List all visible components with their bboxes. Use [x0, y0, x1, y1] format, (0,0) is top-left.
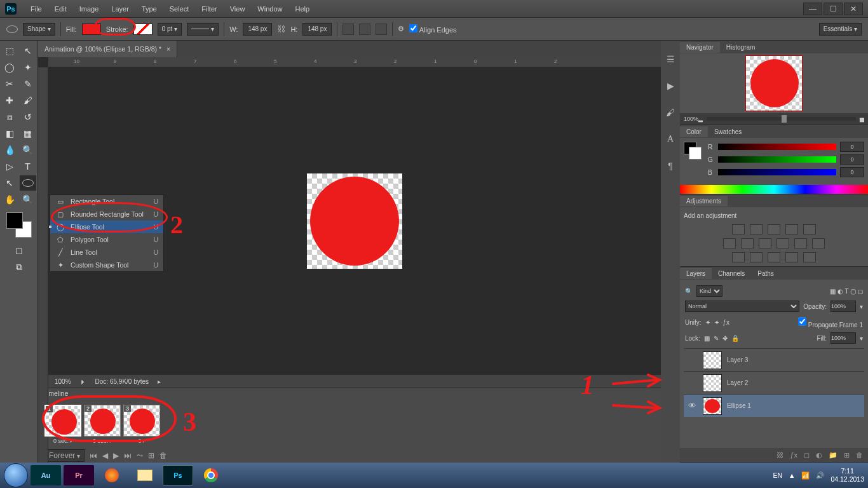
unify-style-icon[interactable]: ƒx — [723, 319, 730, 326]
next-frame-button[interactable]: ⏭ — [124, 451, 132, 460]
taskbar-app-Ps[interactable]: Ps — [163, 465, 193, 485]
zoom-tool[interactable]: 🔍 — [20, 192, 36, 207]
layer-layer-3[interactable]: Layer 3 — [684, 348, 864, 371]
taskbar-app-firefox[interactable] — [97, 465, 127, 485]
eraser-tool[interactable]: ◧ — [1, 126, 18, 141]
taskbar-app-Pr[interactable]: Pr — [64, 465, 94, 485]
adj-curves[interactable] — [768, 224, 780, 234]
layer-name[interactable]: Layer 3 — [727, 356, 748, 363]
taskbar-app-Au[interactable]: Au — [31, 465, 61, 485]
link-layers-icon[interactable]: ⛓ — [776, 451, 783, 459]
pen-tool[interactable]: ▷ — [1, 159, 18, 174]
height-input[interactable] — [302, 23, 332, 36]
collapsed-brush-icon[interactable]: 🖌 — [663, 105, 677, 119]
tab-channels[interactable]: Channels — [712, 268, 751, 279]
adjustment-layer-icon[interactable]: ◐ — [816, 451, 822, 459]
tray-lang[interactable]: EN — [773, 471, 782, 479]
eyedropper-tool[interactable]: ✎ — [20, 76, 36, 92]
tab-adjustments[interactable]: Adjustments — [680, 196, 728, 207]
minimize-button[interactable]: — — [803, 3, 822, 15]
arrow-tool[interactable]: ↖ — [20, 43, 36, 58]
path-op-2[interactable] — [359, 24, 370, 35]
unify-pos-icon[interactable]: ✦ — [705, 319, 710, 326]
gear-icon[interactable]: ⚙ — [398, 25, 404, 33]
menu-image[interactable]: Image — [74, 3, 104, 15]
taskbar-app-chrome[interactable] — [196, 465, 226, 485]
tray-sound-icon[interactable]: 🔊 — [816, 471, 824, 480]
adj-lookup[interactable] — [812, 238, 825, 248]
menu-type[interactable]: Type — [137, 3, 162, 15]
screenmode-toggle[interactable]: ⧉ — [11, 259, 27, 274]
zoom-slider[interactable] — [707, 117, 856, 121]
foreground-color[interactable] — [6, 212, 23, 229]
adj-selcolor[interactable] — [803, 252, 816, 262]
tray-flag-icon[interactable]: ▲ — [789, 471, 795, 479]
fill-swatch[interactable] — [82, 24, 101, 35]
maximize-button[interactable]: ☐ — [824, 3, 843, 15]
tab-layers[interactable]: Layers — [680, 268, 712, 279]
shape-mode-dropdown[interactable]: Shape ▾ — [23, 23, 55, 36]
r-slider[interactable] — [718, 144, 836, 150]
stroke-swatch[interactable] — [133, 24, 153, 35]
canvas[interactable] — [307, 173, 402, 269]
adj-thresh[interactable] — [768, 252, 780, 262]
gradient-tool[interactable]: ▦ — [20, 126, 36, 141]
b-input[interactable] — [840, 167, 864, 177]
path-select-tool[interactable]: ↖ — [1, 175, 18, 191]
timeline-tab[interactable]: Timeline — [38, 388, 661, 401]
document-tab[interactable]: Animation @ 100% (Ellipse 1, RGB/8) *× — [38, 41, 177, 57]
lock-pixel-icon[interactable]: ✎ — [714, 335, 719, 342]
layer-filter-kind[interactable]: Kind — [696, 285, 722, 297]
menu-help[interactable]: Help — [290, 3, 315, 15]
stamp-tool[interactable]: ⧈ — [1, 109, 18, 125]
prev-frame-button[interactable]: ◀ — [102, 451, 108, 460]
adj-photo[interactable] — [776, 238, 789, 248]
g-slider[interactable] — [718, 156, 836, 163]
adj-bw[interactable] — [759, 238, 771, 248]
history-brush-tool[interactable]: ↺ — [20, 109, 36, 125]
new-frame-button[interactable]: ⊞ — [148, 451, 154, 460]
shape-tool-rectangle-tool[interactable]: ▭Rectangle ToolU — [50, 195, 163, 208]
menu-file[interactable]: File — [25, 3, 47, 15]
group-icon[interactable]: 📁 — [829, 451, 837, 459]
timeline-frame-1[interactable]: 10 sec. — [44, 405, 81, 445]
adj-invert[interactable] — [732, 252, 745, 262]
tab-paths[interactable]: Paths — [751, 268, 780, 279]
color-spectrum[interactable] — [680, 185, 868, 194]
zoom-in-icon[interactable]: ▅ — [860, 116, 864, 122]
adj-balance[interactable] — [741, 238, 754, 248]
shape-tool-custom-shape-tool[interactable]: ✦Custom Shape ToolU — [50, 259, 163, 271]
collapsed-history-icon[interactable]: ☰ — [663, 52, 677, 66]
lasso-tool[interactable]: ◯ — [1, 60, 18, 75]
layer-fx-icon[interactable]: ƒx — [790, 451, 797, 459]
healing-tool[interactable]: ✚ — [1, 93, 18, 108]
shape-tool-ellipse-tool[interactable]: ◯Ellipse ToolU — [50, 220, 163, 233]
collapsed-para-icon[interactable]: ¶ — [663, 159, 677, 173]
opacity-input[interactable] — [831, 301, 856, 312]
menu-view[interactable]: View — [225, 3, 250, 15]
collapsed-actions-icon[interactable]: ▶ — [663, 79, 677, 93]
delete-frame-button[interactable]: 🗑 — [159, 451, 167, 460]
layer-mask-icon[interactable]: ◻ — [804, 451, 810, 459]
menu-filter[interactable]: Filter — [196, 3, 222, 15]
brush-tool[interactable]: 🖌 — [20, 93, 36, 108]
tab-histogram[interactable]: Histogram — [720, 42, 762, 53]
visibility-toggle[interactable]: 👁 — [686, 401, 698, 410]
close-button[interactable]: ✕ — [844, 3, 863, 15]
quickmask-toggle[interactable]: ◻ — [11, 243, 27, 258]
start-button[interactable] — [4, 463, 28, 487]
lock-pos-icon[interactable]: ✥ — [722, 335, 728, 342]
adj-hue[interactable] — [723, 238, 736, 248]
layer-name[interactable]: Layer 2 — [727, 379, 748, 386]
adj-levels[interactable] — [750, 224, 763, 234]
tray-clock[interactable]: 7:1104.12.2013 — [831, 467, 864, 483]
move-tool[interactable]: ⬚ — [1, 43, 18, 58]
layer-name[interactable]: Ellipse 1 — [727, 402, 751, 409]
b-slider[interactable] — [718, 169, 836, 175]
ellipse-shape[interactable] — [310, 177, 399, 266]
dodge-tool[interactable]: 🔍 — [20, 142, 36, 158]
adj-gradmap[interactable] — [785, 252, 798, 262]
layer-ellipse-1[interactable]: 👁Ellipse 1 — [684, 394, 864, 417]
menu-edit[interactable]: Edit — [50, 3, 72, 15]
menu-layer[interactable]: Layer — [106, 3, 134, 15]
